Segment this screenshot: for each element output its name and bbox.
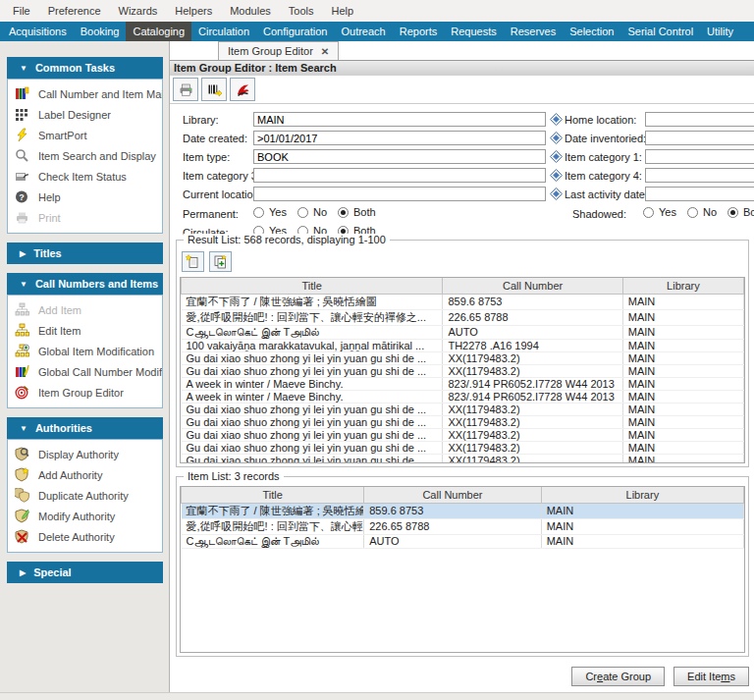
workflows-logo-button[interactable] xyxy=(230,78,255,101)
table-row[interactable]: A week in winter / Maeve Binchy.823/.914… xyxy=(182,377,744,390)
module-tab-serial-control[interactable]: Serial Control xyxy=(620,22,700,41)
current-location-input[interactable] xyxy=(253,187,546,201)
gadget-diamond-icon[interactable] xyxy=(550,188,563,200)
date-created-input[interactable] xyxy=(253,131,546,145)
table-row[interactable]: Gu dai xiao shuo zhong yi lei yin yuan g… xyxy=(182,364,744,377)
sidebar-item-edit-item[interactable]: Edit Item xyxy=(8,320,162,341)
module-tab-reports[interactable]: Reports xyxy=(393,22,445,41)
table-row[interactable]: Cஆடலொகெட் இன் Tஅமில்AUTOMAIN xyxy=(182,325,744,339)
cell-title: Gu dai xiao shuo zhong yi lei yin yuan g… xyxy=(182,364,443,377)
menu-helpers[interactable]: Helpers xyxy=(166,3,221,19)
menu-wizards[interactable]: Wizards xyxy=(110,3,167,19)
item-category-4-input[interactable] xyxy=(645,168,754,183)
add-all-to-item-list-button[interactable] xyxy=(209,251,232,272)
column-header-call-number[interactable]: Call Number xyxy=(443,278,622,294)
table-row[interactable]: 宜蘭不下雨了 / 陳世強編著 ; 吳曉恬繪圖859.6 8753MAIN xyxy=(182,503,744,518)
create-group-button[interactable]: Create Group xyxy=(571,667,665,686)
sidebar-item-help[interactable]: ?Help xyxy=(8,187,162,207)
last-activity-date-input[interactable] xyxy=(645,187,754,201)
module-tab-reserves[interactable]: Reserves xyxy=(504,22,563,41)
tab-close-icon[interactable]: ✕ xyxy=(321,46,329,57)
print-labels-barcode-button[interactable] xyxy=(201,78,227,101)
date-inventoried-input[interactable] xyxy=(645,131,754,145)
sidebar-section-call-numbers-and-items[interactable]: ▼Call Numbers and Items xyxy=(7,273,163,295)
module-tab-selection[interactable]: Selection xyxy=(563,22,620,41)
gadget-diamond-icon[interactable] xyxy=(550,113,563,126)
sidebar-section-common-tasks[interactable]: ▼Common Tasks xyxy=(7,57,163,79)
sidebar-item-delete-authority[interactable]: Delete Authority xyxy=(8,526,162,547)
item-category-1-input[interactable] xyxy=(645,149,754,164)
gadget-diamond-icon[interactable] xyxy=(550,132,563,144)
sidebar-item-add-authority[interactable]: Add Authority xyxy=(8,464,162,485)
table-row[interactable]: 愛,從呼吸開始吧! : 回到當下、讓心輕安的禪修之...226.65 8788M… xyxy=(182,309,744,325)
item-category-3-input[interactable] xyxy=(253,168,546,183)
column-header-library[interactable]: Library xyxy=(541,487,743,503)
sidebar-item-add-item: Add Item xyxy=(8,299,162,320)
menu-tools[interactable]: Tools xyxy=(280,3,323,19)
shadowed-both-radio[interactable]: Both xyxy=(727,206,754,218)
sidebar-section-authorities[interactable]: ▼Authorities xyxy=(7,417,163,439)
cell-title: Gu dai xiao shuo zhong yi lei yin yuan g… xyxy=(182,441,443,454)
module-tab-acquisitions[interactable]: Acquisitions xyxy=(2,22,74,41)
column-header-title[interactable]: Title xyxy=(182,487,364,503)
module-tab-circulation[interactable]: Circulation xyxy=(191,22,256,41)
permanent-no-radio[interactable]: No xyxy=(297,206,327,218)
library-input[interactable] xyxy=(253,112,546,127)
table-row[interactable]: A week in winter / Maeve Binchy.823/.914… xyxy=(182,390,744,403)
item-type-input[interactable] xyxy=(253,149,546,164)
sidebar-item-duplicate-authority[interactable]: Duplicate Authority xyxy=(8,485,162,506)
module-tab-outreach[interactable]: Outreach xyxy=(334,22,392,41)
add-to-item-list-button[interactable] xyxy=(182,251,204,272)
table-row[interactable]: Gu dai xiao shuo zhong yi lei yin yuan g… xyxy=(182,454,744,463)
shadowed-no-radio[interactable]: No xyxy=(687,206,717,218)
print-button[interactable] xyxy=(173,78,198,101)
module-tab-requests[interactable]: Requests xyxy=(444,22,503,41)
table-row[interactable]: Gu dai xiao shuo zhong yi lei yin yuan g… xyxy=(182,351,744,364)
column-header-title[interactable]: Title xyxy=(182,278,443,294)
result-table-container[interactable]: TitleCall NumberLibrary 宜蘭不下雨了 / 陳世強編著 ;… xyxy=(180,277,745,463)
table-row[interactable]: Cஆடலொகெட் இன் Tஅமில்AUTOMAIN xyxy=(182,534,744,548)
module-tab-booking[interactable]: Booking xyxy=(74,22,127,41)
table-row[interactable]: Gu dai xiao shuo zhong yi lei yin yuan g… xyxy=(182,403,744,415)
sidebar-item-item-group-editor[interactable]: Item Group Editor xyxy=(8,382,162,403)
table-row[interactable]: Gu dai xiao shuo zhong yi lei yin yuan g… xyxy=(182,428,744,441)
sidebar-item-smartport[interactable]: SmartPort xyxy=(8,125,162,145)
sidebar-item-global-call-number-modific[interactable]: Global Call Number Modific... xyxy=(8,361,162,382)
module-tab-configuration[interactable]: Configuration xyxy=(256,22,334,41)
table-row[interactable]: 愛,從呼吸開始吧! : 回到當下、讓心輕安的禪修之...226.65 8788M… xyxy=(182,518,744,534)
tab-item-group-editor[interactable]: Item Group Editor ✕ xyxy=(218,41,339,60)
sidebar-item-item-search-and-display[interactable]: Item Search and Display xyxy=(8,145,162,166)
menu-help[interactable]: Help xyxy=(322,3,362,19)
sidebar-section-titles[interactable]: ▶Titles xyxy=(7,242,163,264)
column-header-library[interactable]: Library xyxy=(622,278,743,294)
permanent-yes-radio[interactable]: Yes xyxy=(253,206,287,218)
sidebar-item-label-designer[interactable]: Label Designer xyxy=(8,104,162,125)
sidebar-item-call-number-and-item-maint[interactable]: Call Number and Item Maint... xyxy=(8,83,162,104)
module-tab-utility[interactable]: Utility xyxy=(700,22,740,41)
cell-title: 宜蘭不下雨了 / 陳世強編著 ; 吳曉恬繪圖 xyxy=(182,503,364,518)
item-table-container[interactable]: TitleCall NumberLibrary 宜蘭不下雨了 / 陳世強編著 ;… xyxy=(180,486,745,653)
menu-modules[interactable]: Modules xyxy=(221,3,280,19)
table-row[interactable]: Gu dai xiao shuo zhong yi lei yin yuan g… xyxy=(182,415,744,428)
menu-file[interactable]: File xyxy=(4,3,39,19)
gadget-diamond-icon[interactable] xyxy=(550,150,563,163)
gadget-diamond-icon[interactable] xyxy=(550,169,563,182)
menu-preference[interactable]: Preference xyxy=(39,3,110,19)
shadowed-yes-radio[interactable]: Yes xyxy=(643,206,676,218)
module-tab-cataloging[interactable]: Cataloging xyxy=(126,22,191,41)
check-item-status-icon xyxy=(15,169,29,184)
table-row[interactable]: 宜蘭不下雨了 / 陳世強編著 ; 吳曉恬繪圖859.6 8753MAIN xyxy=(182,294,744,309)
sidebar-item-modify-authority[interactable]: Modify Authority xyxy=(8,506,162,526)
sidebar-section-special[interactable]: ▶Special xyxy=(7,562,163,583)
edit-items-button[interactable]: Edit Items xyxy=(673,667,749,686)
table-row[interactable]: Gu dai xiao shuo zhong yi lei yin yuan g… xyxy=(182,441,744,454)
permanent-both-radio[interactable]: Both xyxy=(338,206,376,218)
column-header-call-number[interactable]: Call Number xyxy=(364,487,541,503)
home-location-input[interactable] xyxy=(645,112,754,127)
sidebar-item-check-item-status[interactable]: Check Item Status xyxy=(8,166,162,187)
cell-title: 100 vakaiyāṉa marakkatavukal, jaṉṉal māt… xyxy=(182,339,443,351)
table-row[interactable]: 100 vakaiyāṉa marakkatavukal, jaṉṉal māt… xyxy=(182,339,744,351)
sidebar-item-global-item-modification[interactable]: Global Item Modification xyxy=(8,341,162,361)
sidebar-item-display-authority[interactable]: Display Authority xyxy=(8,444,162,464)
cell-library: MAIN xyxy=(622,441,743,454)
